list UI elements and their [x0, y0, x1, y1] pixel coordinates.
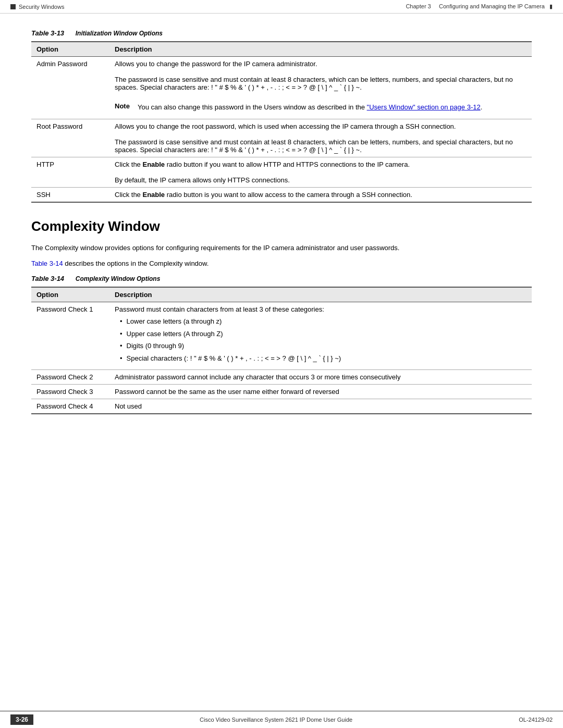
table-14: Option Description Password Check 1 Pass…	[31, 287, 532, 414]
complexity-intro: The Complexity window provides options f…	[31, 243, 532, 254]
pw-check-1-bullets: Lower case letters (a through z) Upper c…	[120, 315, 527, 364]
footer: 3-26 Cisco Video Surveillance System 262…	[0, 711, 563, 728]
table-row: HTTP Click the Enable radio button if yo…	[31, 157, 532, 187]
pw-check-3-description: Password cannot be the same as the user …	[109, 385, 532, 399]
pw-check-3-option: Password Check 3	[31, 385, 109, 399]
pw-check-1-description: Password must contain characters from at…	[109, 302, 532, 370]
http-option: HTTP	[31, 157, 109, 187]
admin-desc-1: Allows you to change the password for th…	[115, 60, 527, 68]
table-14-col-description: Description	[109, 287, 532, 302]
list-item: Upper case letters (A through Z)	[120, 328, 527, 340]
table-14-number: Table 3-14	[31, 275, 64, 282]
admin-password-description: Allows you to change the password for th…	[109, 57, 532, 119]
note-label: Note	[115, 102, 133, 113]
pw-check-2-option: Password Check 2	[31, 370, 109, 385]
pw-check-1-intro: Password must contain characters from at…	[115, 305, 527, 313]
table-13-caption: Table 3-13 Initialization Window Options	[31, 29, 532, 37]
pw-check-1-option: Password Check 1	[31, 302, 109, 370]
http-description: Click the Enable radio button if you wan…	[109, 157, 532, 187]
root-desc-2: The password is case sensitive and must …	[115, 138, 527, 154]
pw-check-4-description: Not used	[109, 399, 532, 414]
table-14-col-option: Option	[31, 287, 109, 302]
complexity-heading: Complexity Window	[31, 218, 532, 235]
header-icon	[10, 4, 16, 9]
table-row: Admin Password Allows you to change the …	[31, 57, 532, 119]
footer-page-number: 3-26	[10, 714, 33, 725]
list-item: Special characters (: ! " # $ % & ' ( ) …	[120, 352, 527, 365]
table-row: Password Check 4 Not used	[31, 399, 532, 414]
admin-desc-2: The password is case sensitive and must …	[115, 76, 527, 91]
ssh-option: SSH	[31, 187, 109, 202]
ssh-description: Click the Enable radio button is you wan…	[109, 187, 532, 202]
http-desc-2: By default, the IP camera allows only HT…	[115, 176, 527, 184]
admin-note: Note You can also change this password i…	[115, 102, 527, 113]
admin-password-option: Admin Password	[31, 57, 109, 119]
table-row: Password Check 3 Password cannot be the …	[31, 385, 532, 399]
table-13-col-description: Description	[109, 42, 532, 57]
table-14-link[interactable]: Table 3-14	[31, 260, 63, 267]
table-14-caption: Table 3-14 Complexity Window Options	[31, 275, 532, 282]
http-desc-1: Click the Enable radio button if you wan…	[115, 161, 527, 168]
header-right: Chapter 3 Configuring and Managing the I…	[406, 3, 553, 10]
header-bar: Security Windows Chapter 3 Configuring a…	[0, 0, 563, 14]
main-content: Table 3-13 Initialization Window Options…	[0, 14, 563, 468]
list-item: Digits (0 through 9)	[120, 340, 527, 352]
header-section: Security Windows	[19, 4, 64, 10]
users-window-link[interactable]: "Users Window" section on page 3-12	[367, 103, 481, 111]
footer-center-text: Cisco Video Surveillance System 2621 IP …	[200, 717, 352, 723]
root-desc-1: Allows you to change the root password, …	[115, 122, 527, 130]
table-13: Option Description Admin Password Allows…	[31, 41, 532, 203]
header-title: Configuring and Managing the IP Camera	[439, 3, 545, 9]
table-13-title: Initialization Window Options	[76, 30, 163, 37]
table-14-title: Complexity Window Options	[76, 275, 161, 282]
pw-check-2-description: Administrator password cannot include an…	[109, 370, 532, 385]
root-password-option: Root Password	[31, 119, 109, 157]
note-text: You can also change this password in the…	[138, 102, 482, 113]
table-13-col-option: Option	[31, 42, 109, 57]
root-password-description: Allows you to change the root password, …	[109, 119, 532, 157]
table-13-number: Table 3-13	[31, 29, 64, 37]
list-item: Lower case letters (a through z)	[120, 315, 527, 328]
table-row: Root Password Allows you to change the r…	[31, 119, 532, 157]
pw-check-4-option: Password Check 4	[31, 399, 109, 414]
header-left: Security Windows	[10, 4, 64, 10]
table-row: Password Check 2 Administrator password …	[31, 370, 532, 385]
table-row: Password Check 1 Password must contain c…	[31, 302, 532, 370]
table-row: SSH Click the Enable radio button is you…	[31, 187, 532, 202]
header-chapter: Chapter 3	[406, 3, 431, 9]
ssh-desc-1: Click the Enable radio button is you wan…	[115, 191, 527, 199]
table14-link-para: Table 3-14 describes the options in the …	[31, 258, 532, 269]
table14-link-suffix: describes the options in the Complexity …	[63, 260, 209, 267]
footer-right-text: OL-24129-02	[519, 717, 553, 723]
